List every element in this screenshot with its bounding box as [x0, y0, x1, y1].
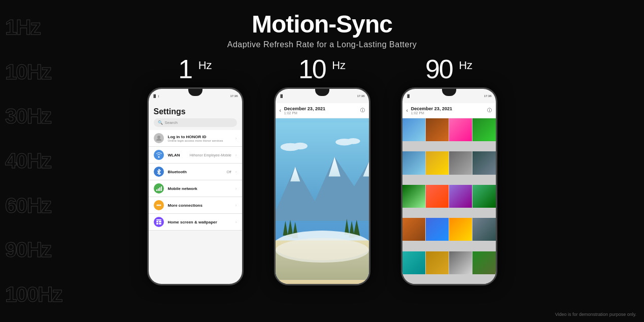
landscape-image: [276, 118, 369, 284]
photo-cell-9[interactable]: [402, 185, 425, 208]
calendar-screen: ‹ December 23, 2021 1:02 PM ⓘ: [276, 103, 369, 284]
cal-time: 1:02 PM: [284, 111, 357, 115]
account-text: Log in to HONOR ID Online login access m…: [168, 135, 231, 142]
photo-cell-15[interactable]: [449, 218, 472, 241]
hz-label-90: 90 Hz: [425, 56, 472, 82]
phone-inner-2: ‹ December 23, 2021 1:02 PM ⓘ: [276, 103, 369, 284]
svg-rect-9: [159, 221, 161, 222]
photo-cell-3[interactable]: [449, 118, 472, 141]
more-connections-icon: [154, 200, 164, 210]
svg-point-26: [276, 238, 369, 263]
page-subtitle: Adaptive Refresh Rate for a Long-Lasting…: [0, 40, 644, 49]
hz-label-10: 10 Hz: [298, 56, 346, 82]
back-arrow-icon[interactable]: ‹: [280, 108, 281, 113]
status-icons-left-2: ▐▌: [280, 94, 284, 98]
wlan-value: Hiihonor Employee-Mobile: [190, 153, 231, 157]
phone-status-bar-3: ▐▌ 17:36: [402, 89, 496, 103]
phone-frame-10hz: ▐▌ 17:36 ‹ December 23, 2021 1:02 PM ⓘ: [274, 87, 370, 285]
header: Motion-Sync Adaptive Refresh Rate for a …: [0, 10, 644, 49]
svg-point-5: [156, 205, 158, 206]
wlan-text: WLAN: [168, 153, 186, 157]
phone-inner-1: Settings 🔍 Search Log in to HONOR ID: [149, 103, 242, 284]
photo-cell-19[interactable]: [449, 251, 472, 274]
wifi-icon: ⌇: [158, 94, 159, 98]
photo-grid-screen: ‹ December 23, 2021 1:02 PM ⓘ: [402, 103, 496, 284]
wlan-icon: [154, 150, 164, 160]
bluetooth-text: Bluetooth: [168, 170, 223, 174]
svg-rect-10: [156, 223, 158, 224]
disclaimer-text: Video is for demonstration purpose only.: [555, 312, 636, 317]
svg-point-0: [157, 136, 160, 139]
more-text: More connections: [168, 203, 231, 208]
photo-cell-18[interactable]: [426, 251, 449, 274]
photo-cell-1[interactable]: [402, 118, 425, 141]
photo-cell-12[interactable]: [472, 185, 495, 208]
signal-icon-2: ▐▌: [280, 94, 284, 98]
photo-cell-5[interactable]: [402, 151, 425, 174]
settings-item-mobile[interactable]: Mobile network ›: [149, 180, 242, 197]
bluetooth-value: Off: [227, 170, 231, 174]
svg-rect-11: [159, 223, 161, 224]
photo-cell-6[interactable]: [426, 151, 449, 174]
photo-cell-16[interactable]: [472, 218, 495, 241]
photo-cell-14[interactable]: [426, 218, 449, 241]
photo-cell-8[interactable]: [472, 151, 495, 174]
photo-cell-2[interactable]: [426, 118, 449, 141]
signal-icon: ▐▌: [153, 94, 157, 98]
home-text: Home screen & wallpaper: [168, 220, 231, 224]
phone-punch-1: [188, 89, 202, 96]
photo-cell-13[interactable]: [402, 218, 425, 241]
account-desc: Online login access more Honor services: [168, 139, 231, 142]
settings-item-more[interactable]: More connections ›: [149, 197, 242, 214]
signal-icon-3: ▐▌: [406, 94, 411, 98]
bluetooth-icon: [154, 167, 164, 177]
back-arrow-icon-3[interactable]: ‹: [406, 108, 408, 113]
phone-status-bar-2: ▐▌ 17:36: [276, 89, 369, 103]
account-name: Log in to HONOR ID: [168, 135, 231, 139]
photo-cell-20[interactable]: [472, 251, 495, 274]
svg-rect-4: [161, 186, 162, 191]
home-name: Home screen & wallpaper: [168, 220, 231, 224]
settings-item-bluetooth[interactable]: Bluetooth Off ›: [149, 164, 242, 180]
photo-cell-17[interactable]: [402, 251, 425, 274]
photo-cell-10[interactable]: [426, 185, 449, 208]
status-time-2: 17:36: [357, 94, 364, 98]
phones-container: 1 Hz ▐▌ ⌇ 17:36 Settings 🔍 Search: [0, 56, 644, 322]
photo-date: December 23, 2021: [411, 106, 484, 111]
photo-grid: [402, 118, 496, 284]
settings-item-home[interactable]: Home screen & wallpaper ›: [149, 214, 242, 231]
mobile-text: Mobile network: [168, 186, 231, 191]
mobile-network-icon: [154, 183, 164, 194]
photo-title: December 23, 2021 1:02 PM: [411, 106, 484, 115]
status-time-1: 17:36: [230, 94, 238, 98]
photo-cell-7[interactable]: [449, 151, 472, 174]
calendar-header: ‹ December 23, 2021 1:02 PM ⓘ: [276, 103, 369, 118]
phone-col-90hz: 90 Hz ▐▌ 17:36 ‹ December 23, 2021 1:02 …: [401, 56, 497, 285]
settings-item-account[interactable]: Log in to HONOR ID Online login access m…: [149, 130, 242, 147]
info-icon-3[interactable]: ⓘ: [487, 107, 492, 114]
bluetooth-name: Bluetooth: [168, 170, 223, 174]
photo-cell-11[interactable]: [449, 185, 472, 208]
svg-rect-1: [156, 189, 157, 191]
settings-title: Settings: [149, 103, 242, 118]
photo-time: 1:02 PM: [411, 111, 484, 115]
status-icons-left-1: ▐▌ ⌇: [153, 94, 160, 98]
photo-cell-4[interactable]: [472, 118, 495, 141]
settings-item-wlan[interactable]: WLAN Hiihonor Employee-Mobile ›: [149, 147, 242, 164]
account-icon: [154, 133, 164, 143]
status-time-3: 17:36: [484, 94, 491, 98]
info-icon[interactable]: ⓘ: [360, 107, 365, 114]
chevron-icon-bt: ›: [235, 170, 237, 174]
cal-date: December 23, 2021: [284, 106, 357, 111]
phone-frame-1hz: ▐▌ ⌇ 17:36 Settings 🔍 Search: [147, 87, 244, 285]
svg-rect-2: [158, 188, 159, 191]
status-icons-left-3: ▐▌: [406, 94, 411, 98]
wlan-name: WLAN: [168, 153, 186, 157]
page-title: Motion-Sync: [0, 10, 644, 38]
phone-status-bar-1: ▐▌ ⌇ 17:36: [149, 89, 242, 103]
landscape-svg: [276, 118, 369, 284]
more-name: More connections: [168, 203, 231, 208]
settings-screen: Settings 🔍 Search Log in to HONOR ID: [149, 103, 242, 284]
mobile-name: Mobile network: [168, 186, 231, 191]
search-bar[interactable]: 🔍 Search: [154, 118, 237, 127]
